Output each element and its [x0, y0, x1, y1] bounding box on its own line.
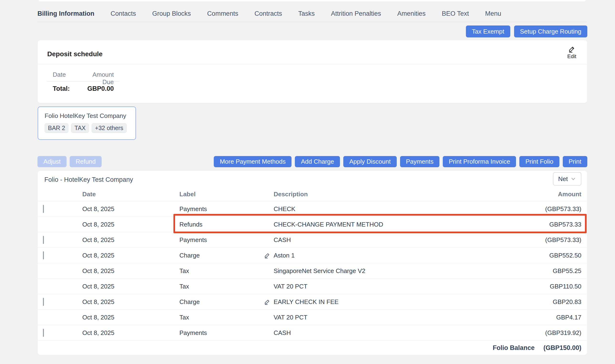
table-row: Oct 8, 2025 Charge EARLY CHECK IN FEE GB… [38, 294, 587, 310]
deposit-total-value: GBP0.00 [80, 85, 114, 92]
cell-label: Charge [179, 252, 274, 259]
deposit-date-header: Date [53, 71, 66, 78]
folio-tag-others[interactable]: +32 others [92, 123, 127, 133]
description-text: CASH [274, 329, 291, 337]
tab-group-blocks[interactable]: Group Blocks [152, 10, 191, 17]
folio-tags: BAR 2 TAX +32 others [45, 123, 127, 133]
cell-description: EARLY CHECK IN FEE [274, 298, 512, 306]
deposit-schedule-title: Deposit schedule [47, 50, 103, 58]
cell-amount: GBP552.50 [512, 252, 581, 259]
table-header-row: Date Label Description Amount [38, 187, 587, 201]
print-folio-button[interactable]: Print Folio [519, 156, 559, 167]
table-row: Oct 8, 2025 Payments CHECK (GBP573.33) [38, 201, 587, 217]
folio-selector-card[interactable]: Folio HotelKey Test Company BAR 2 TAX +3… [38, 106, 136, 140]
cell-description: CASH [274, 329, 512, 337]
section-tabs: Billing Information Contacts Group Block… [37, 0, 587, 22]
table-row: Oct 8, 2025 Tax SingaporeNet Service Cha… [38, 263, 587, 278]
table-row: Oct 8, 2025 Tax VAT 20 PCT GBP110.50 [38, 278, 587, 294]
column-header-label: Label [179, 191, 274, 198]
folio-balance-value: (GBP150.00) [544, 344, 581, 351]
cell-amount: GBP55.25 [512, 267, 581, 275]
cell-amount: (GBP319.92) [512, 329, 581, 337]
description-text: EARLY CHECK IN FEE [274, 298, 338, 306]
folio-table-title-row: Folio - HotelKey Test Company Net [38, 171, 587, 187]
edit-charge-icon[interactable] [264, 252, 270, 259]
tab-attrition-penalties[interactable]: Attrition Penalties [331, 10, 381, 17]
cell-label: Payments [179, 205, 274, 213]
tab-amenities[interactable]: Amenities [397, 10, 426, 17]
row-checkbox[interactable] [43, 329, 44, 337]
adjust-button[interactable]: Adjust [37, 156, 67, 167]
cell-label: Payments [179, 236, 274, 244]
description-text: Aston 1 [274, 252, 295, 259]
tab-beo-text[interactable]: BEO Text [442, 10, 469, 17]
cell-date: Oct 8, 2025 [82, 329, 179, 337]
column-header-amount: Amount [512, 191, 581, 198]
tab-tasks[interactable]: Tasks [298, 10, 315, 17]
cell-label: Tax [179, 267, 274, 275]
divider [38, 64, 587, 64]
description-text: CHECK-CHANGE PAYMENT METHOD [274, 221, 383, 228]
description-text: CHECK [274, 205, 295, 213]
folio-table-title: Folio - HotelKey Test Company [44, 176, 133, 183]
folio-tag-tax[interactable]: TAX [71, 123, 89, 133]
table-row: Oct 8, 2025 Charge Aston 1 GBP552.50 [38, 247, 587, 263]
cell-label: Tax [179, 314, 274, 321]
cell-date: Oct 8, 2025 [82, 205, 179, 213]
column-header-description: Description [274, 191, 512, 198]
edit-deposit-schedule-button[interactable]: Edit [565, 46, 579, 60]
cell-date: Oct 8, 2025 [82, 236, 179, 244]
add-charge-button[interactable]: Add Charge [295, 156, 340, 167]
cell-date: Oct 8, 2025 [82, 221, 179, 228]
description-text: VAT 20 PCT [274, 283, 308, 290]
tab-contracts[interactable]: Contracts [254, 10, 282, 17]
net-filter-value: Net [558, 175, 568, 183]
cell-description: CASH [274, 236, 512, 244]
folio-actions-left: Adjust Refund [37, 156, 102, 167]
folio-tag-bar2[interactable]: BAR 2 [45, 123, 69, 133]
cell-amount: (GBP573.33) [512, 205, 581, 213]
tab-comments[interactable]: Comments [207, 10, 238, 17]
print-button[interactable]: Print [563, 156, 587, 167]
apply-discount-button[interactable]: Apply Discount [343, 156, 396, 167]
folio-actions-right: More Payment Methods Add Charge Apply Di… [214, 156, 587, 167]
deposit-schedule-card: Deposit schedule Edit Date Amount Due To… [38, 40, 587, 103]
tab-billing-information[interactable]: Billing Information [37, 10, 94, 17]
cell-date: Oct 8, 2025 [82, 314, 179, 321]
print-proforma-invoice-button[interactable]: Print Proforma Invoice [443, 156, 516, 167]
row-checkbox[interactable] [43, 205, 44, 213]
refund-button[interactable]: Refund [70, 156, 102, 167]
tab-contacts[interactable]: Contacts [111, 10, 136, 17]
row-checkbox[interactable] [43, 298, 44, 306]
description-text: SingaporeNet Service Charge V2 [274, 267, 365, 275]
cell-amount: GBP573.33 [512, 221, 581, 228]
cell-amount: GBP110.50 [512, 283, 581, 290]
divider [47, 81, 119, 82]
cell-label: Payments [179, 329, 274, 337]
edit-charge-icon[interactable] [264, 299, 270, 305]
cell-amount: GBP20.83 [512, 298, 581, 306]
cell-date: Oct 8, 2025 [82, 298, 179, 306]
payments-button[interactable]: Payments [400, 156, 440, 167]
cell-description: VAT 20 PCT [274, 314, 512, 321]
net-filter-dropdown[interactable]: Net [553, 172, 581, 186]
row-checkbox[interactable] [43, 236, 44, 244]
cell-description: SingaporeNet Service Charge V2 [274, 267, 512, 275]
table-row: Oct 8, 2025 Tax VAT 20 PCT GBP4.17 [38, 310, 587, 325]
setup-charge-routing-button[interactable]: Setup Charge Routing [514, 26, 587, 37]
header-actions: Tax Exempt Setup Charge Routing [466, 26, 587, 37]
edit-label: Edit [567, 53, 576, 60]
folio-balance-row: Folio Balance (GBP150.00) [38, 340, 587, 355]
cell-date: Oct 8, 2025 [82, 267, 179, 275]
cell-date: Oct 8, 2025 [82, 252, 179, 259]
description-text: VAT 20 PCT [274, 314, 308, 321]
row-checkbox[interactable] [43, 251, 44, 260]
cell-description: CHECK [274, 205, 512, 213]
chevron-down-icon [570, 176, 576, 182]
cell-label: Charge [179, 298, 274, 306]
cell-amount: (GBP573.33) [512, 236, 581, 244]
tax-exempt-button[interactable]: Tax Exempt [466, 26, 510, 37]
tab-menu[interactable]: Menu [485, 10, 501, 17]
more-payment-methods-button[interactable]: More Payment Methods [214, 156, 292, 167]
cell-date: Oct 8, 2025 [82, 283, 179, 290]
